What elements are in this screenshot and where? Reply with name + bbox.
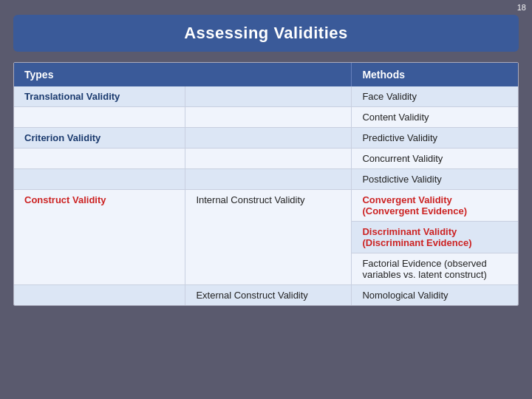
main-container: Assessing Validities Types Methods Trans… xyxy=(13,15,519,306)
cell-criterion-validity: Criterion Validity xyxy=(14,128,185,149)
cell-empty-3 xyxy=(185,107,352,128)
cell-postdictive-validity: Postdictive Validity xyxy=(352,169,518,190)
table-row: Concurrent Validity xyxy=(14,149,518,169)
cell-external-construct-validity: External Construct Validity xyxy=(185,285,352,306)
cell-discriminant-validity: Discriminant Validity (Discriminant Evid… xyxy=(352,222,518,253)
cell-empty-5 xyxy=(14,149,185,169)
table-container: Types Methods Translational Validity Fac… xyxy=(13,62,519,306)
table-row: Construct Validity Internal Construct Va… xyxy=(14,190,518,222)
cell-concurrent-validity: Concurrent Validity xyxy=(352,149,518,169)
cell-empty-6 xyxy=(185,149,352,169)
cell-empty-8 xyxy=(185,169,352,190)
cell-empty-7 xyxy=(14,169,185,190)
cell-nomological-validity: Nomological Validity xyxy=(352,285,518,306)
table-row: Postdictive Validity xyxy=(14,169,518,190)
table-row: External Construct Validity Nomological … xyxy=(14,285,518,306)
cell-empty-2 xyxy=(14,107,185,128)
table-row: Translational Validity Face Validity xyxy=(14,86,518,107)
cell-empty-4 xyxy=(185,128,352,149)
cell-content-validity: Content Validity xyxy=(352,107,518,128)
col-header-types: Types xyxy=(14,63,352,86)
col-header-methods: Methods xyxy=(352,63,518,86)
cell-convergent-validity: Convergent Validity (Convergent Evidence… xyxy=(352,190,518,222)
cell-face-validity: Face Validity xyxy=(352,86,518,107)
page-title: Assessing Validities xyxy=(28,24,504,43)
cell-internal-construct-validity: Internal Construct Validity xyxy=(185,190,352,285)
cell-predictive-validity: Predictive Validity xyxy=(352,128,518,149)
title-box: Assessing Validities xyxy=(13,15,519,52)
page-number: 18 xyxy=(517,3,526,12)
cell-empty-9 xyxy=(14,285,185,306)
cell-factorial-evidence: Factorial Evidence (observed variables v… xyxy=(352,253,518,285)
cell-empty-1 xyxy=(185,86,352,107)
cell-translational-validity: Translational Validity xyxy=(14,86,185,107)
table-row: Criterion Validity Predictive Validity xyxy=(14,128,518,149)
validity-table: Types Methods Translational Validity Fac… xyxy=(14,63,518,305)
table-row: Content Validity xyxy=(14,107,518,128)
cell-construct-validity: Construct Validity xyxy=(14,190,185,285)
